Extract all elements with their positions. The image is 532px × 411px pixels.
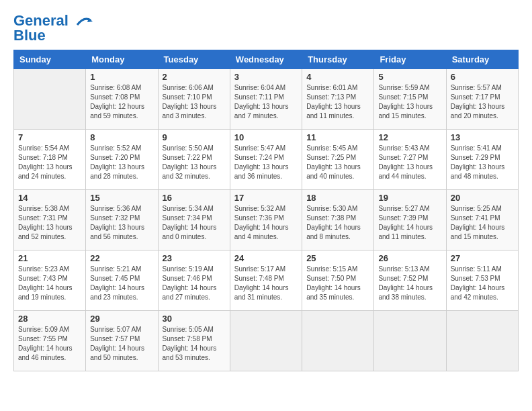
day-number: 28 (18, 314, 81, 324)
day-header-tuesday: Tuesday (158, 50, 230, 69)
day-number: 16 (163, 193, 226, 203)
day-info: Sunrise: 5:57 AM Sunset: 7:17 PM Dayligh… (451, 83, 514, 121)
day-header-wednesday: Wednesday (230, 50, 302, 69)
calendar-cell: 11Sunrise: 5:45 AM Sunset: 7:25 PM Dayli… (302, 130, 374, 190)
day-number: 12 (378, 132, 441, 142)
day-info: Sunrise: 5:54 AM Sunset: 7:18 PM Dayligh… (18, 144, 81, 181)
day-info: Sunrise: 5:36 AM Sunset: 7:32 PM Dayligh… (90, 204, 153, 242)
day-number: 13 (451, 132, 514, 142)
calendar-week-2: 7Sunrise: 5:54 AM Sunset: 7:18 PM Daylig… (14, 130, 519, 190)
day-header-friday: Friday (374, 50, 446, 69)
day-info: Sunrise: 5:19 AM Sunset: 7:46 PM Dayligh… (163, 265, 226, 302)
calendar-cell: 13Sunrise: 5:41 AM Sunset: 7:29 PM Dayli… (446, 130, 518, 190)
day-info: Sunrise: 5:25 AM Sunset: 7:41 PM Dayligh… (451, 204, 514, 242)
calendar-cell: 4Sunrise: 6:01 AM Sunset: 7:13 PM Daylig… (302, 69, 374, 130)
day-info: Sunrise: 5:50 AM Sunset: 7:22 PM Dayligh… (163, 144, 226, 181)
day-info: Sunrise: 5:23 AM Sunset: 7:43 PM Dayligh… (18, 265, 81, 302)
day-info: Sunrise: 5:43 AM Sunset: 7:27 PM Dayligh… (378, 144, 441, 181)
calendar-cell: 16Sunrise: 5:34 AM Sunset: 7:34 PM Dayli… (158, 190, 230, 250)
logo-icon (74, 15, 94, 28)
day-info: Sunrise: 5:59 AM Sunset: 7:15 PM Dayligh… (378, 83, 441, 121)
day-info: Sunrise: 5:21 AM Sunset: 7:45 PM Dayligh… (90, 265, 153, 302)
day-info: Sunrise: 5:34 AM Sunset: 7:34 PM Dayligh… (163, 204, 226, 242)
day-number: 22 (90, 253, 153, 263)
calendar-header-row: SundayMondayTuesdayWednesdayThursdayFrid… (14, 50, 519, 69)
day-info: Sunrise: 5:15 AM Sunset: 7:50 PM Dayligh… (306, 265, 369, 302)
calendar-cell: 12Sunrise: 5:43 AM Sunset: 7:27 PM Dayli… (374, 130, 446, 190)
calendar-cell: 2Sunrise: 6:06 AM Sunset: 7:10 PM Daylig… (158, 69, 230, 130)
day-info: Sunrise: 5:45 AM Sunset: 7:25 PM Dayligh… (306, 144, 369, 181)
day-number: 11 (306, 132, 369, 142)
calendar-cell: 28Sunrise: 5:09 AM Sunset: 7:55 PM Dayli… (14, 311, 86, 371)
calendar-cell: 26Sunrise: 5:13 AM Sunset: 7:52 PM Dayli… (374, 250, 446, 311)
calendar-cell: 18Sunrise: 5:30 AM Sunset: 7:38 PM Dayli… (302, 190, 374, 250)
day-number: 29 (90, 314, 153, 324)
day-header-monday: Monday (86, 50, 158, 69)
calendar-cell: 17Sunrise: 5:32 AM Sunset: 7:36 PM Dayli… (230, 190, 302, 250)
calendar-week-5: 28Sunrise: 5:09 AM Sunset: 7:55 PM Dayli… (14, 311, 519, 371)
day-header-saturday: Saturday (446, 50, 518, 69)
day-number: 30 (163, 314, 226, 324)
calendar-week-3: 14Sunrise: 5:38 AM Sunset: 7:31 PM Dayli… (14, 190, 519, 250)
day-number: 15 (90, 193, 153, 203)
calendar-cell: 22Sunrise: 5:21 AM Sunset: 7:45 PM Dayli… (86, 250, 158, 311)
calendar-cell: 21Sunrise: 5:23 AM Sunset: 7:43 PM Dayli… (14, 250, 86, 311)
calendar-cell (446, 311, 518, 371)
day-info: Sunrise: 5:27 AM Sunset: 7:39 PM Dayligh… (378, 204, 441, 242)
day-number: 4 (306, 72, 369, 82)
day-info: Sunrise: 5:30 AM Sunset: 7:38 PM Dayligh… (306, 204, 369, 242)
calendar-cell: 25Sunrise: 5:15 AM Sunset: 7:50 PM Dayli… (302, 250, 374, 311)
calendar-week-1: 1Sunrise: 6:08 AM Sunset: 7:08 PM Daylig… (14, 69, 519, 130)
day-info: Sunrise: 6:08 AM Sunset: 7:08 PM Dayligh… (90, 83, 153, 121)
day-info: Sunrise: 6:01 AM Sunset: 7:13 PM Dayligh… (306, 83, 369, 121)
calendar-cell: 8Sunrise: 5:52 AM Sunset: 7:20 PM Daylig… (86, 130, 158, 190)
day-number: 6 (451, 72, 514, 82)
calendar-cell (14, 69, 86, 130)
calendar-table: SundayMondayTuesdayWednesdayThursdayFrid… (13, 50, 519, 371)
day-number: 20 (451, 193, 514, 203)
logo-blue: Blue (13, 27, 46, 44)
day-number: 10 (234, 132, 298, 142)
calendar-cell: 24Sunrise: 5:17 AM Sunset: 7:48 PM Dayli… (230, 250, 302, 311)
day-number: 5 (378, 72, 441, 82)
calendar-cell: 9Sunrise: 5:50 AM Sunset: 7:22 PM Daylig… (158, 130, 230, 190)
day-number: 9 (163, 132, 226, 142)
calendar-cell: 6Sunrise: 5:57 AM Sunset: 7:17 PM Daylig… (446, 69, 518, 130)
day-number: 3 (234, 72, 298, 82)
calendar-cell (230, 311, 302, 371)
calendar-cell: 14Sunrise: 5:38 AM Sunset: 7:31 PM Dayli… (14, 190, 86, 250)
calendar-cell: 5Sunrise: 5:59 AM Sunset: 7:15 PM Daylig… (374, 69, 446, 130)
calendar-cell: 20Sunrise: 5:25 AM Sunset: 7:41 PM Dayli… (446, 190, 518, 250)
day-number: 27 (451, 253, 514, 263)
day-info: Sunrise: 5:17 AM Sunset: 7:48 PM Dayligh… (234, 265, 298, 302)
calendar-cell: 10Sunrise: 5:47 AM Sunset: 7:24 PM Dayli… (230, 130, 302, 190)
calendar-cell: 23Sunrise: 5:19 AM Sunset: 7:46 PM Dayli… (158, 250, 230, 311)
day-header-sunday: Sunday (14, 50, 86, 69)
day-number: 24 (234, 253, 298, 263)
day-header-thursday: Thursday (302, 50, 374, 69)
day-info: Sunrise: 5:32 AM Sunset: 7:36 PM Dayligh… (234, 204, 298, 242)
calendar-cell: 7Sunrise: 5:54 AM Sunset: 7:18 PM Daylig… (14, 130, 86, 190)
calendar-cell (374, 311, 446, 371)
calendar-week-4: 21Sunrise: 5:23 AM Sunset: 7:43 PM Dayli… (14, 250, 519, 311)
day-number: 18 (306, 193, 369, 203)
day-number: 8 (90, 132, 153, 142)
calendar-cell: 15Sunrise: 5:36 AM Sunset: 7:32 PM Dayli… (86, 190, 158, 250)
day-info: Sunrise: 5:05 AM Sunset: 7:58 PM Dayligh… (163, 325, 226, 363)
day-number: 17 (234, 193, 298, 203)
day-info: Sunrise: 5:09 AM Sunset: 7:55 PM Dayligh… (18, 325, 81, 363)
calendar-cell: 1Sunrise: 6:08 AM Sunset: 7:08 PM Daylig… (86, 69, 158, 130)
calendar-cell: 27Sunrise: 5:11 AM Sunset: 7:53 PM Dayli… (446, 250, 518, 311)
day-number: 25 (306, 253, 369, 263)
calendar-cell: 3Sunrise: 6:04 AM Sunset: 7:11 PM Daylig… (230, 69, 302, 130)
day-number: 21 (18, 253, 81, 263)
day-number: 14 (18, 193, 81, 203)
day-info: Sunrise: 5:07 AM Sunset: 7:57 PM Dayligh… (90, 325, 153, 363)
day-number: 2 (163, 72, 226, 82)
page-header: General Blue (13, 13, 519, 43)
logo: General Blue (13, 13, 95, 43)
day-number: 19 (378, 193, 441, 203)
day-info: Sunrise: 6:06 AM Sunset: 7:10 PM Dayligh… (163, 83, 226, 121)
day-info: Sunrise: 5:41 AM Sunset: 7:29 PM Dayligh… (451, 144, 514, 181)
calendar-cell: 19Sunrise: 5:27 AM Sunset: 7:39 PM Dayli… (374, 190, 446, 250)
